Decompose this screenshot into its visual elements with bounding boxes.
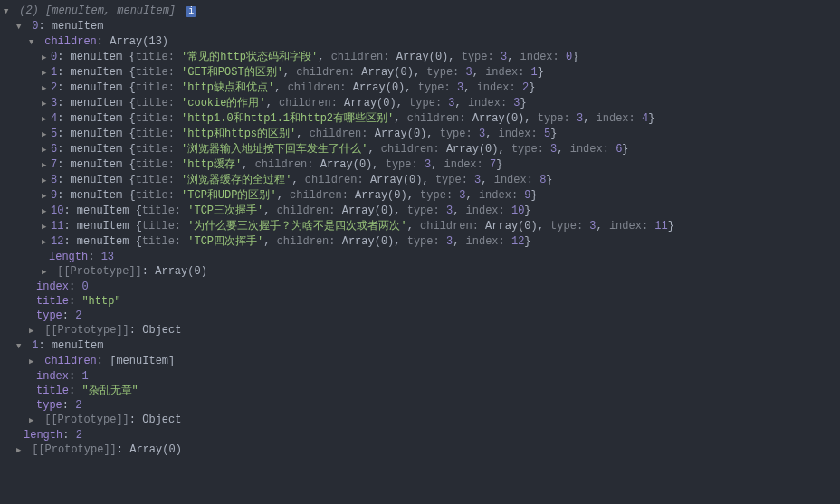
array-length: length: 13 xyxy=(0,250,840,264)
prototype-row[interactable]: [[Prototype]]: Array(0) xyxy=(0,442,840,458)
expand-icon[interactable] xyxy=(16,442,25,458)
expand-icon[interactable] xyxy=(42,188,51,204)
child-class: menuItem xyxy=(71,81,129,94)
children-array[interactable]: children: Array(13) xyxy=(0,34,840,50)
expand-icon[interactable] xyxy=(42,96,51,111)
expand-icon[interactable] xyxy=(42,142,51,157)
child-class: menuItem xyxy=(71,128,129,140)
child-title: '浏览器输入地址按下回车发生了什么' xyxy=(181,143,368,156)
prop-title: title: "杂乱无章" xyxy=(0,384,840,398)
prop-index: index: 0 xyxy=(0,280,840,294)
child-index: 10 xyxy=(51,204,63,217)
child-row[interactable]: 1: menuItem {title: 'GET和POST的区别', child… xyxy=(0,65,840,81)
child-row[interactable]: 11: menuItem {title: '为什么要三次握手？为啥不是四次或者两… xyxy=(0,219,840,234)
expand-icon[interactable] xyxy=(42,204,51,219)
expand-icon[interactable] xyxy=(4,4,13,19)
child-row[interactable]: 8: menuItem {title: '浏览器缓存的全过程', childre… xyxy=(0,173,840,188)
child-class: menuItem xyxy=(77,220,136,233)
child-title: 'http缺点和优点' xyxy=(181,81,274,94)
expand-icon[interactable] xyxy=(42,81,51,96)
expand-icon[interactable] xyxy=(29,34,38,50)
root-count: (2) xyxy=(19,5,39,17)
child-row[interactable]: 3: menuItem {title: 'cookie的作用', childre… xyxy=(0,96,840,111)
child-row[interactable]: 5: menuItem {title: 'http和https的区别', chi… xyxy=(0,127,840,142)
expand-icon[interactable] xyxy=(42,157,51,173)
child-class: menuItem xyxy=(71,97,129,109)
prototype-row[interactable]: [[Prototype]]: Object xyxy=(0,323,840,338)
child-row[interactable]: 6: menuItem {title: '浏览器输入地址按下回车发生了什么', … xyxy=(0,142,840,157)
child-title: 'TCP三次握手' xyxy=(187,204,263,217)
root-summary: [menuItem, menuItem] xyxy=(45,5,176,17)
child-title: 'cookie的作用' xyxy=(181,97,266,109)
expand-icon[interactable] xyxy=(16,338,25,354)
prototype-row[interactable]: [[Prototype]]: Object xyxy=(0,413,840,428)
expand-icon[interactable] xyxy=(42,65,51,81)
expand-icon[interactable] xyxy=(42,264,51,280)
child-title: 'http和https的区别' xyxy=(181,128,296,140)
child-class: menuItem xyxy=(77,235,136,248)
expand-icon[interactable] xyxy=(29,354,38,369)
child-class: menuItem xyxy=(71,189,129,202)
child-class: menuItem xyxy=(77,204,136,217)
child-title: 'TCP四次挥手' xyxy=(187,235,263,248)
child-class: menuItem xyxy=(71,158,129,171)
child-class: menuItem xyxy=(71,112,129,125)
expand-icon[interactable] xyxy=(16,19,25,34)
prop-index: index: 1 xyxy=(0,369,840,384)
expand-icon[interactable] xyxy=(42,219,51,234)
expand-icon[interactable] xyxy=(29,323,38,338)
child-class: menuItem xyxy=(71,51,129,63)
child-title: 'GET和POST的区别' xyxy=(181,66,283,79)
tree-node-0[interactable]: 0: menuItem xyxy=(0,19,840,34)
prop-type: type: 2 xyxy=(0,398,840,413)
child-row[interactable]: 4: menuItem {title: 'http1.0和http1.1和htt… xyxy=(0,111,840,127)
info-icon[interactable]: i xyxy=(186,6,196,17)
expand-icon[interactable] xyxy=(42,127,51,142)
child-title: 'http1.0和http1.1和http2有哪些区别' xyxy=(181,112,394,125)
child-title: '为什么要三次握手？为啥不是四次或者两次' xyxy=(187,220,406,233)
child-index: 12 xyxy=(51,235,63,248)
prop-type: type: 2 xyxy=(0,309,840,323)
expand-icon[interactable] xyxy=(42,111,51,127)
child-row[interactable]: 2: menuItem {title: 'http缺点和优点', childre… xyxy=(0,81,840,96)
child-row[interactable]: 12: menuItem {title: 'TCP四次挥手', children… xyxy=(0,234,840,250)
child-row[interactable]: 0: menuItem {title: '常见的http状态码和字段', chi… xyxy=(0,50,840,65)
expand-icon[interactable] xyxy=(42,234,51,250)
child-row[interactable]: 7: menuItem {title: 'http缓存', children: … xyxy=(0,157,840,173)
expand-icon[interactable] xyxy=(42,50,51,65)
child-title: 'TCP和UDP的区别' xyxy=(181,189,277,202)
child-title: '常见的http状态码和字段' xyxy=(181,51,318,63)
child-class: menuItem xyxy=(71,66,129,79)
child-index: 11 xyxy=(51,220,63,233)
prototype-row[interactable]: [[Prototype]]: Array(0) xyxy=(0,264,840,280)
expand-icon[interactable] xyxy=(29,413,38,428)
prop-title: title: "http" xyxy=(0,294,840,309)
array-length: length: 2 xyxy=(0,428,840,442)
child-title: '浏览器缓存的全过程' xyxy=(181,174,291,186)
child-class: menuItem xyxy=(71,174,129,186)
child-row[interactable]: 10: menuItem {title: 'TCP三次握手', children… xyxy=(0,204,840,219)
child-class: menuItem xyxy=(71,143,129,156)
array-root[interactable]: (2) [menuItem, menuItem] i xyxy=(0,4,840,19)
children-collapsed[interactable]: children: [menuItem] xyxy=(0,354,840,369)
tree-node-1[interactable]: 1: menuItem xyxy=(0,338,840,354)
child-row[interactable]: 9: menuItem {title: 'TCP和UDP的区别', childr… xyxy=(0,188,840,204)
child-title: 'http缓存' xyxy=(181,158,242,171)
expand-icon[interactable] xyxy=(42,173,51,188)
